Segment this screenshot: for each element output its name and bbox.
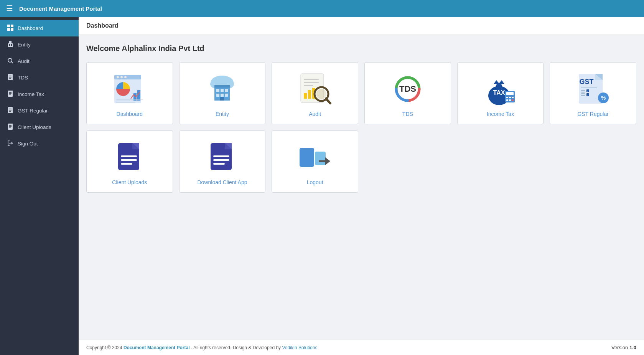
welcome-message: Welcome Alphalinx India Pvt Ltd (86, 44, 636, 53)
svg-text:GST: GST (580, 78, 594, 86)
card-audit[interactable]: Audit (272, 62, 358, 124)
svg-rect-6 (9, 44, 10, 46)
card-label-download-client-app: Download Client App (197, 179, 247, 185)
footer-developer-link[interactable]: VedikIn Solutions (282, 345, 317, 350)
svg-rect-3 (11, 28, 13, 31)
sidebar-item-tds[interactable]: TDS (0, 69, 79, 86)
sidebar-item-income-tax[interactable]: Income Tax (0, 86, 79, 102)
card-label-dashboard: Dashboard (117, 111, 143, 117)
entity-icon (7, 41, 14, 48)
sidebar-label-audit: Audit (18, 58, 30, 64)
card-label-audit: Audit (309, 111, 321, 117)
svg-rect-45 (225, 89, 228, 92)
card-income-tax[interactable]: TAX Income Tax (457, 62, 544, 124)
svg-point-30 (120, 76, 123, 78)
svg-rect-101 (315, 152, 326, 165)
svg-text:✓: ✓ (587, 90, 589, 92)
card-entity[interactable]: Entity (179, 62, 266, 124)
sidebar-item-client-uploads[interactable]: Client Uploads (0, 119, 79, 135)
svg-rect-1 (11, 25, 13, 27)
svg-rect-70 (512, 97, 514, 98)
gst-icon (7, 107, 14, 114)
sidebar: Dashboard Entity Audit TDS Income Tax (0, 17, 79, 355)
sidebar-label-dashboard: Dashboard (18, 25, 43, 31)
card-label-tds: TDS (402, 111, 413, 117)
svg-text:%: % (601, 95, 606, 101)
footer-version: Version 1.0 (611, 345, 636, 350)
sidebar-label-entity: Entity (18, 42, 31, 48)
svg-rect-56 (308, 90, 311, 99)
svg-text:TDS: TDS (399, 84, 416, 94)
sidebar-item-sign-out[interactable]: Sign Out (0, 135, 79, 152)
card-label-income-tax: Income Tax (487, 111, 514, 117)
card-client-uploads[interactable]: Client Uploads (86, 130, 173, 193)
svg-rect-69 (509, 97, 511, 98)
top-header: ☰ Document Management Portal (0, 0, 644, 17)
hamburger-icon[interactable]: ☰ (6, 4, 13, 13)
svg-line-60 (326, 99, 330, 103)
svg-rect-2 (7, 28, 10, 31)
svg-rect-68 (506, 97, 508, 98)
card-logout[interactable]: Logout (272, 130, 358, 193)
sign-out-icon (7, 140, 14, 147)
content-body: Welcome Alphalinx India Pvt Ltd (79, 35, 644, 340)
sidebar-label-client-uploads: Client Uploads (18, 124, 51, 130)
card-label-entity: Entity (216, 111, 229, 117)
sidebar-label-sign-out: Sign Out (18, 141, 38, 147)
sidebar-label-income-tax: Income Tax (18, 91, 44, 97)
svg-rect-81 (581, 95, 585, 96)
svg-text:TAX: TAX (493, 89, 505, 96)
sidebar-item-gst-regular[interactable]: GST Regular (0, 102, 79, 119)
svg-rect-55 (304, 93, 307, 99)
svg-rect-72 (509, 99, 511, 101)
card-gst-regular[interactable]: GST ✓ ✓ (550, 62, 636, 124)
svg-rect-79 (581, 90, 585, 91)
svg-rect-44 (221, 89, 224, 92)
page-title: Dashboard (86, 22, 119, 29)
card-client-uploads-icon (112, 140, 147, 175)
app-title: Document Management Portal (19, 5, 102, 12)
audit-icon (7, 58, 14, 65)
card-tds-icon: TDS (390, 72, 425, 106)
sidebar-item-dashboard[interactable]: Dashboard (0, 20, 79, 36)
sidebar-label-gst-regular: GST Regular (18, 108, 48, 114)
svg-rect-80 (581, 92, 585, 94)
card-label-logout: Logout (307, 179, 323, 185)
sidebar-item-audit[interactable]: Audit (0, 53, 79, 69)
main-content: Dashboard Welcome Alphalinx India Pvt Lt… (79, 17, 644, 355)
svg-line-9 (11, 61, 13, 63)
card-audit-icon (298, 72, 332, 106)
sidebar-label-tds: TDS (18, 75, 28, 81)
svg-rect-71 (506, 99, 508, 101)
content-header: Dashboard (79, 17, 644, 35)
card-download-client-app[interactable]: Download Client App (179, 130, 266, 193)
svg-rect-47 (221, 94, 224, 97)
card-tds[interactable]: TDS TDS (364, 62, 451, 124)
svg-rect-67 (506, 92, 514, 95)
svg-marker-64 (494, 80, 504, 84)
svg-rect-5 (9, 41, 12, 43)
svg-rect-63 (496, 84, 502, 89)
card-label-client-uploads: Client Uploads (112, 179, 147, 185)
svg-rect-42 (214, 85, 230, 88)
card-label-gst-regular: GST Regular (577, 111, 608, 117)
card-dashboard-icon (112, 72, 147, 106)
dashboard-icon (7, 25, 14, 32)
svg-text:✓: ✓ (587, 94, 589, 96)
svg-point-59 (316, 89, 326, 99)
svg-rect-7 (11, 44, 12, 46)
sidebar-item-entity[interactable]: Entity (0, 36, 79, 53)
card-download-client-app-icon (205, 140, 239, 175)
card-dashboard[interactable]: Dashboard (86, 62, 173, 124)
cards-row-2: Client Uploads (86, 130, 636, 193)
svg-point-31 (124, 76, 127, 78)
footer-portal-link[interactable]: Document Management Portal (124, 345, 190, 350)
svg-rect-46 (216, 94, 219, 97)
card-income-tax-icon: TAX (483, 72, 517, 106)
svg-point-29 (117, 76, 119, 78)
client-uploads-icon (7, 124, 14, 131)
svg-rect-43 (216, 89, 219, 92)
cards-row-1: Dashboard (86, 62, 636, 124)
footer-copyright: Copyright © 2024 Document Management Por… (86, 345, 317, 350)
card-gst-regular-icon: GST ✓ ✓ (576, 72, 610, 106)
